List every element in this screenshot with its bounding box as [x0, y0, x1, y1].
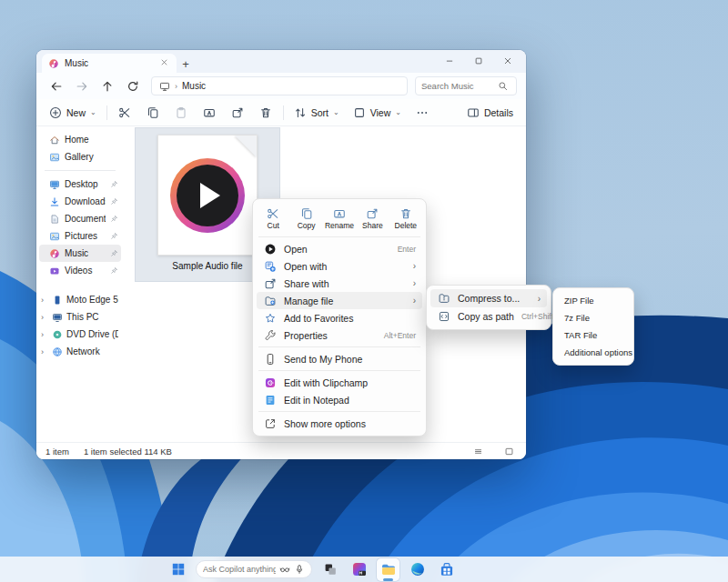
chevron-right-icon[interactable]: [41, 313, 48, 322]
chevron-right-icon[interactable]: [41, 330, 48, 339]
tab-title: Music: [65, 58, 152, 68]
star-icon: [263, 311, 277, 325]
context-menu: Cut Copy Rename Share Delete Open Enter …: [252, 198, 427, 436]
m365-copilot-button[interactable]: [348, 558, 370, 581]
chevron-right-icon: [413, 261, 416, 271]
chevron-right-icon[interactable]: [41, 347, 48, 356]
cut-icon: [267, 207, 279, 220]
cut-button[interactable]: [114, 102, 136, 124]
store-button[interactable]: [435, 558, 458, 581]
sidebar-item-home[interactable]: Home: [39, 131, 121, 148]
copy-button[interactable]: [142, 102, 164, 124]
rename-button[interactable]: Rename: [323, 203, 356, 234]
delete-button[interactable]: Delete: [389, 203, 422, 234]
up-button[interactable]: [96, 76, 118, 96]
sidebar-item-pictures[interactable]: Pictures: [39, 227, 121, 245]
menu-item-properties[interactable]: Properties Alt+Enter: [257, 326, 422, 344]
menu-item-edit-in-notepad[interactable]: Edit in Notepad: [257, 391, 422, 408]
menu-item-open[interactable]: Open Enter: [257, 240, 422, 257]
breadcrumb[interactable]: Music: [182, 81, 206, 91]
sort-button[interactable]: Sort: [290, 102, 343, 124]
sidebar-item-this-pc[interactable]: This PC: [39, 308, 121, 326]
menu-item-add-to-favorites[interactable]: Add to Favorites: [257, 309, 422, 326]
more-options-button[interactable]: [411, 102, 433, 124]
tab-close-icon[interactable]: [157, 58, 170, 68]
music-note-icon: [49, 248, 60, 259]
sidebar-item-gallery[interactable]: Gallery: [39, 148, 121, 166]
refresh-button[interactable]: [122, 76, 144, 96]
menu-item-tar-file[interactable]: TAR File: [557, 326, 630, 344]
view-icon: [353, 106, 366, 119]
sidebar-item-desktop[interactable]: Desktop: [39, 176, 121, 193]
selection-info: 1 item selected 114 KB: [84, 447, 172, 457]
sidebar-item-documents[interactable]: Documents: [39, 210, 121, 227]
paste-button[interactable]: [170, 102, 192, 124]
chevron-right-icon[interactable]: [41, 296, 48, 305]
divider: [106, 105, 107, 120]
back-button[interactable]: [46, 76, 67, 96]
sidebar-item-network[interactable]: Network: [39, 343, 121, 360]
network-icon: [52, 346, 63, 357]
edge-icon: [410, 561, 426, 577]
address-bar[interactable]: Music: [151, 76, 408, 95]
new-button[interactable]: New: [46, 102, 100, 124]
menu-item-additional-options[interactable]: Additional options: [557, 344, 630, 361]
delete-icon: [399, 207, 412, 220]
pin-icon: [110, 197, 118, 206]
file-name-label: Sample Audio file: [172, 261, 242, 271]
cut-button[interactable]: Cut: [257, 203, 289, 234]
manage-file-submenu: Compress to... Copy as path Ctrl+Shift+C: [426, 285, 551, 330]
menu-item-manage-file[interactable]: Manage file: [257, 292, 422, 309]
search-box[interactable]: [415, 76, 517, 95]
share-button[interactable]: Share: [356, 203, 389, 234]
store-icon: [439, 561, 455, 577]
list-view-toggle[interactable]: [470, 444, 486, 458]
documents-icon: [49, 214, 60, 225]
menu-item-compress-to[interactable]: Compress to...: [430, 289, 547, 307]
new-tab-button[interactable]: [177, 55, 195, 73]
rename-button[interactable]: [198, 102, 220, 124]
windows-logo-icon: [171, 562, 186, 577]
sidebar-item-downloads[interactable]: Downloads: [39, 193, 121, 210]
sidebar-item-music[interactable]: Music: [39, 245, 121, 262]
taskbar-search-input[interactable]: [203, 565, 276, 574]
menu-item-send-to-my-phone[interactable]: Send to My Phone: [257, 350, 422, 367]
search-input[interactable]: [421, 81, 494, 91]
copy-button[interactable]: Copy: [289, 203, 322, 234]
menu-item-share-with[interactable]: Share with: [257, 275, 422, 292]
menu-item-copy-as-path[interactable]: Copy as path Ctrl+Shift+C: [430, 307, 547, 326]
menu-item-open-with[interactable]: Open with: [257, 257, 422, 275]
task-view-button[interactable]: [318, 558, 341, 581]
minimize-button[interactable]: [435, 50, 464, 72]
share-button[interactable]: [227, 102, 248, 124]
menu-item-zip-file[interactable]: ZIP File: [557, 292, 630, 309]
delete-button[interactable]: [255, 102, 277, 124]
tab-strip: Music: [36, 50, 526, 73]
maximize-button[interactable]: [464, 50, 493, 72]
view-label: View: [370, 107, 391, 118]
sidebar-item-dvd-drive[interactable]: DVD Drive (D:) CCC: [39, 326, 121, 343]
desktop-icon: [49, 179, 60, 190]
divider: [283, 105, 284, 120]
edge-button[interactable]: [406, 558, 429, 581]
taskbar-search[interactable]: [196, 560, 312, 578]
close-button[interactable]: [493, 50, 522, 72]
pin-icon: [110, 266, 118, 275]
view-button[interactable]: View: [349, 102, 405, 124]
details-pane-button[interactable]: Details: [463, 102, 517, 124]
copy-path-icon: [437, 310, 450, 324]
sidebar-item-moto-edge[interactable]: Moto Edge 50 Neo: [39, 291, 121, 308]
menu-item-show-more-options[interactable]: Show more options: [257, 415, 422, 432]
menu-item-edit-with-clipchamp[interactable]: Edit with Clipchamp: [257, 374, 422, 391]
menu-item-7z-file[interactable]: 7z File: [557, 309, 630, 326]
gallery-icon: [49, 152, 60, 163]
compress-to-submenu: ZIP File 7z File TAR File Additional opt…: [552, 287, 634, 366]
menu-separator: [258, 236, 420, 237]
start-button[interactable]: [167, 558, 189, 581]
sidebar-item-videos[interactable]: Videos: [39, 262, 121, 279]
forward-button[interactable]: [71, 76, 93, 96]
thumbnail-view-toggle[interactable]: [500, 444, 517, 458]
tab-music[interactable]: Music: [42, 54, 177, 73]
chevron-right-icon: [413, 296, 416, 306]
file-explorer-button[interactable]: [377, 558, 399, 581]
